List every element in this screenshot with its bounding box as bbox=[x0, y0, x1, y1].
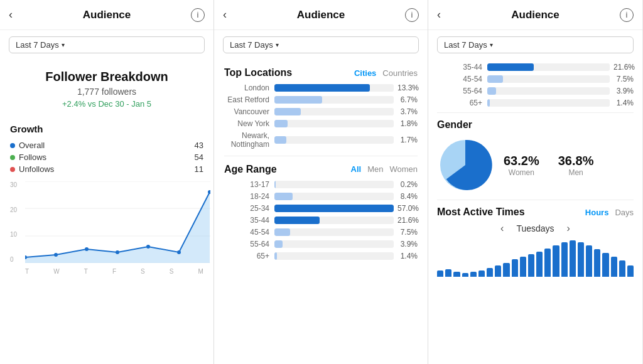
day-nav: ‹ Tuesdays › bbox=[437, 223, 634, 234]
p3-bar-35-44: 35-44 21.6% bbox=[437, 63, 634, 72]
follower-breakdown: Follower Breakdown 1,777 followers +2.4%… bbox=[10, 60, 203, 115]
tab-men[interactable]: Men bbox=[367, 164, 383, 174]
panel-3-title: Audience bbox=[511, 9, 559, 21]
panel-3-header: ‹ Audience i bbox=[428, 0, 642, 30]
panel-1: ‹ Audience i Last 7 Days ▾ Follower Brea… bbox=[0, 0, 214, 364]
divider-1 bbox=[224, 156, 418, 156]
back-icon-1[interactable]: ‹ bbox=[9, 8, 13, 21]
chevron-down-icon-3: ▾ bbox=[490, 41, 493, 48]
bar-18-24: 18-24 8.4% bbox=[224, 192, 418, 201]
bar-35-44: 35-44 21.6% bbox=[224, 216, 418, 225]
hour-bar-5 bbox=[478, 270, 485, 277]
hour-bar-18 bbox=[586, 245, 592, 277]
hour-bar-22 bbox=[619, 260, 625, 277]
info-icon-1[interactable]: i bbox=[191, 8, 205, 22]
chevron-down-icon-2: ▾ bbox=[276, 41, 279, 48]
svg-point-6 bbox=[54, 253, 58, 257]
gender-pie bbox=[437, 137, 494, 193]
svg-point-9 bbox=[146, 245, 150, 249]
gender-labels: 63.2% Women 36.8% Men bbox=[504, 154, 593, 177]
tab-cities[interactable]: Cities bbox=[354, 68, 376, 78]
age-tabs: All Men Women bbox=[351, 164, 418, 174]
panel-3: ‹ Audience i Last 7 Days ▾ 35-44 21.6% 4… bbox=[428, 0, 642, 364]
tab-days[interactable]: Days bbox=[615, 208, 634, 217]
hour-bar-13 bbox=[544, 249, 551, 277]
bar-vancouver: Vancouver 3.7% bbox=[224, 107, 418, 116]
panel-2-title: Audience bbox=[297, 9, 345, 21]
bar-13-17: 13-17 0.2% bbox=[224, 180, 418, 189]
unfollows-value: 11 bbox=[195, 164, 203, 174]
most-active-section: Most Active Times Hours Days ‹ Tuesdays … bbox=[437, 206, 634, 277]
hour-bar-7 bbox=[495, 265, 501, 277]
tab-countries[interactable]: Countries bbox=[382, 68, 418, 78]
hour-bar-14 bbox=[553, 245, 559, 277]
hour-bar-8 bbox=[503, 263, 509, 277]
hour-bar-12 bbox=[536, 252, 543, 277]
p3-bar-45-54: 45-54 7.5% bbox=[437, 75, 634, 83]
tab-women[interactable]: Women bbox=[389, 164, 418, 174]
women-pct: 63.2% bbox=[504, 154, 539, 168]
men-label: 36.8% Men bbox=[558, 154, 594, 177]
current-day: Tuesdays bbox=[516, 223, 554, 233]
chevron-down-icon: ▾ bbox=[62, 41, 65, 48]
bar-55-64: 55-64 3.9% bbox=[224, 240, 418, 249]
hour-bar-0 bbox=[437, 270, 443, 277]
chart-svg bbox=[25, 181, 210, 263]
gender-section: Gender bbox=[437, 112, 634, 200]
growth-follows: Follows 54 bbox=[10, 151, 203, 163]
panel-2: ‹ Audience i Last 7 Days ▾ Top Locations… bbox=[214, 0, 428, 364]
growth-section: Growth Overall 43 Follows 54 Unfollows bbox=[10, 124, 203, 175]
age-bars: 13-17 0.2% 18-24 8.4% 25-34 57.0% 35-44 … bbox=[224, 180, 418, 260]
back-icon-2[interactable]: ‹ bbox=[223, 8, 227, 21]
p3-bar-65-plus: 65+ 1.4% bbox=[437, 99, 634, 107]
overall-value: 43 bbox=[195, 141, 203, 150]
panel-2-content: Top Locations Cities Countries London 13… bbox=[214, 60, 428, 364]
growth-overall: Overall 43 bbox=[10, 139, 203, 151]
top-locations-title: Top Locations bbox=[224, 67, 292, 78]
date-dropdown-1[interactable]: Last 7 Days ▾ bbox=[9, 36, 205, 53]
overall-dot bbox=[10, 143, 15, 148]
date-dropdown-2[interactable]: Last 7 Days ▾ bbox=[223, 36, 419, 53]
next-day-arrow[interactable]: › bbox=[567, 223, 570, 234]
follower-count: 1,777 followers bbox=[10, 87, 203, 97]
chart-svg-wrap bbox=[25, 181, 203, 265]
age-bars-top: 35-44 21.6% 45-54 7.5% 55-64 3.9% 65+ 1.… bbox=[437, 63, 634, 107]
growth-unfollows: Unfollows 11 bbox=[10, 163, 203, 175]
info-icon-3[interactable]: i bbox=[620, 8, 634, 22]
svg-point-11 bbox=[208, 190, 210, 194]
svg-point-7 bbox=[85, 247, 89, 251]
panel-1-title: Audience bbox=[83, 9, 131, 21]
chart-yaxis: 30 20 10 0 bbox=[10, 181, 23, 263]
unfollows-dot bbox=[10, 167, 15, 172]
follower-breakdown-title: Follower Breakdown bbox=[10, 70, 203, 84]
tab-all[interactable]: All bbox=[351, 164, 362, 174]
panel-2-header: ‹ Audience i bbox=[214, 0, 428, 30]
hour-bar-23 bbox=[627, 265, 634, 277]
back-icon-3[interactable]: ‹ bbox=[437, 8, 441, 21]
women-name: Women bbox=[504, 168, 539, 177]
growth-chart: 30 20 10 0 bbox=[10, 181, 203, 282]
hour-bar-9 bbox=[512, 259, 518, 277]
hour-bar-6 bbox=[487, 268, 493, 277]
hour-bar-4 bbox=[470, 272, 477, 277]
prev-day-arrow[interactable]: ‹ bbox=[500, 223, 504, 234]
date-dropdown-3[interactable]: Last 7 Days ▾ bbox=[437, 36, 634, 53]
bar-newark: Newark,Nottingham 1.7% bbox=[224, 131, 418, 149]
tab-hours[interactable]: Hours bbox=[585, 208, 609, 217]
follows-value: 54 bbox=[195, 153, 203, 162]
location-tabs: Cities Countries bbox=[354, 68, 418, 78]
gender-title: Gender bbox=[437, 119, 634, 131]
hour-bar-3 bbox=[462, 273, 468, 277]
hour-bar-15 bbox=[561, 242, 568, 277]
hour-bar-20 bbox=[602, 253, 608, 277]
follows-dot bbox=[10, 155, 15, 160]
men-pct: 36.8% bbox=[558, 154, 594, 168]
panel-1-content: Follower Breakdown 1,777 followers +2.4%… bbox=[0, 60, 213, 364]
bar-25-34: 25-34 57.0% bbox=[224, 204, 418, 213]
active-tabs: Hours Days bbox=[585, 208, 634, 217]
panel-3-content: 35-44 21.6% 45-54 7.5% 55-64 3.9% 65+ 1.… bbox=[428, 60, 642, 364]
info-icon-2[interactable]: i bbox=[405, 8, 419, 22]
bar-65-plus: 65+ 1.4% bbox=[224, 252, 418, 260]
hour-bar-2 bbox=[453, 272, 460, 277]
hour-bar-17 bbox=[578, 242, 584, 277]
